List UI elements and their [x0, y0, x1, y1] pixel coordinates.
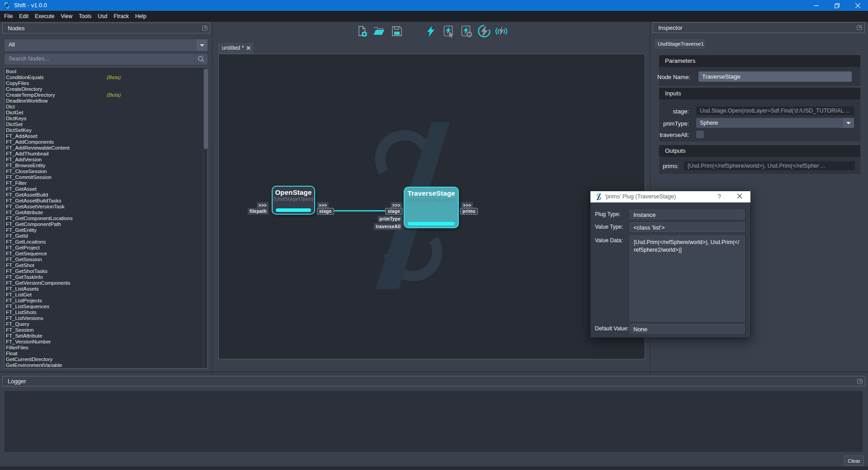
node-type-item[interactable]: CopyFiles — [5, 80, 208, 86]
node-type-item[interactable]: FT_GetSequence — [5, 251, 208, 257]
node-type-item[interactable]: GetEnvironmentVariable — [5, 362, 208, 368]
node-type-item[interactable]: DictSetKey — [5, 127, 208, 133]
splitter[interactable] — [0, 371, 868, 372]
node-traversestage[interactable]: TraverseStage (UsdStageTraverse) — [404, 187, 459, 228]
node-type-item[interactable]: FT_GetProject — [5, 245, 208, 251]
node-name-input[interactable]: TraverseStage — [698, 71, 852, 82]
node-type-item[interactable]: FT_AddVersion — [5, 157, 208, 163]
node-type-item[interactable]: FT_Query — [5, 321, 208, 327]
menu-item[interactable]: File — [1, 11, 16, 22]
node-type-item[interactable]: FT_Session — [5, 327, 208, 333]
value-data-field[interactable]: [Usd.Prim(</refSphere/world>), Usd.Prim(… — [630, 235, 745, 321]
execute-button[interactable] — [424, 24, 438, 38]
dropdown-arrow-icon[interactable] — [197, 39, 208, 51]
node-type-item[interactable]: FT_ListProjects — [5, 298, 208, 304]
save-file-button[interactable] — [390, 24, 404, 38]
dialog-close-button[interactable] — [737, 193, 742, 200]
node-type-item[interactable]: FT_GetComponentPath — [5, 221, 208, 227]
node-type-item[interactable]: FT_AddComponents — [5, 139, 208, 145]
connection-stage-wire[interactable] — [329, 210, 390, 212]
dropdown-arrow-icon[interactable] — [843, 118, 854, 128]
node-type-item[interactable]: FT_CommitSession — [5, 174, 208, 180]
undock-icon[interactable] — [857, 379, 863, 384]
undock-icon[interactable] — [857, 25, 862, 30]
dialog-help-button[interactable]: ? — [717, 193, 721, 200]
node-type-item[interactable]: FT_GetId — [5, 233, 208, 239]
node-type-item[interactable]: Dict — [5, 104, 208, 110]
node-type-item[interactable]: Float — [5, 351, 208, 357]
node-type-item[interactable]: FT_CloseSession — [5, 169, 208, 174]
menu-item[interactable]: Edit — [16, 11, 32, 22]
tab-close-icon[interactable]: ✕ — [246, 45, 251, 52]
port-traversestage-primtype[interactable]: primType — [377, 216, 402, 222]
menu-item[interactable]: Tools — [75, 11, 94, 22]
dialog-titlebar[interactable]: 'prims' Plug (TraverseStage) ? — [590, 191, 750, 202]
node-type-item[interactable]: FT_VersionNumber — [5, 339, 208, 345]
soft-execute-button[interactable] — [477, 24, 491, 38]
new-file-button[interactable] — [355, 24, 369, 38]
node-list-scrollbar[interactable] — [203, 67, 208, 368]
node-type-item[interactable]: FT_GetTaskInfo — [5, 274, 208, 280]
inspector-tab[interactable]: UsdStageTraverse1 — [655, 39, 705, 49]
node-type-item[interactable]: FT_GetAssetVersionTask — [5, 204, 208, 210]
port-openstage-filepath[interactable]: filepath — [248, 208, 269, 215]
port-openstage-stage[interactable]: stage — [317, 208, 334, 215]
scrollbar-thumb[interactable] — [204, 69, 208, 149]
menu-item[interactable]: Help — [132, 11, 150, 22]
node-type-item[interactable]: GetCurrentDirectory — [5, 357, 208, 362]
node-type-item[interactable]: CreateDirectory — [5, 86, 208, 92]
port-traversestage-traverseall[interactable]: traverseAll — [374, 223, 402, 230]
dock-separator-left[interactable] — [212, 22, 212, 376]
node-graph-canvas[interactable]: OpenStage (UsdStageOpen) >>> filepath >>… — [218, 54, 645, 359]
graph-tab[interactable]: untitled * ✕ — [218, 43, 254, 54]
menu-item[interactable]: Execute — [32, 11, 57, 22]
node-type-item[interactable]: FT_GetAssetBuild — [5, 192, 208, 198]
node-type-item[interactable]: FT_ListGet — [5, 292, 208, 298]
node-type-item[interactable]: DictGet — [5, 110, 208, 116]
node-type-item[interactable]: CreateTempDirectory(Beta) — [5, 92, 208, 98]
search-nodes-input[interactable]: Search Nodes... — [5, 54, 208, 65]
node-type-item[interactable]: FT_AddThumbnail — [5, 151, 208, 157]
node-type-item[interactable]: FT_Filter — [5, 180, 208, 186]
execute-from-selected-button[interactable] — [460, 24, 473, 38]
node-type-item[interactable]: FT_SetAttribute — [5, 333, 208, 339]
node-type-item[interactable]: FT_GetShot — [5, 263, 208, 268]
port-traversestage-prims[interactable]: prims — [460, 208, 478, 215]
node-type-item[interactable]: FT_ListShots — [5, 310, 208, 315]
node-type-item[interactable]: DictSet — [5, 122, 208, 127]
node-type-item[interactable]: Bool — [5, 69, 208, 75]
node-type-item[interactable]: DeadlineWorkflow — [5, 98, 208, 104]
menu-item[interactable]: Usd — [94, 11, 110, 22]
node-filter-dropdown[interactable]: All — [5, 39, 208, 51]
node-type-item[interactable]: FT_GetComponentLocations — [5, 216, 208, 221]
node-type-item[interactable]: FT_GetSession — [5, 257, 208, 263]
node-type-item[interactable]: FT_GetLocations — [5, 239, 208, 245]
menu-item[interactable]: Ftrack — [111, 11, 132, 22]
port-traversestage-stage[interactable]: stage — [385, 208, 402, 215]
minimize-button[interactable] — [806, 0, 826, 11]
node-type-item[interactable]: FT_BrowseEntity — [5, 163, 208, 169]
node-type-item[interactable]: FT_GetVersionComponents — [5, 280, 208, 286]
node-type-item[interactable]: FT_ListAssets — [5, 286, 208, 292]
traverseall-checkbox[interactable] — [696, 131, 704, 138]
node-openstage[interactable]: OpenStage (UsdStageOpen) — [272, 186, 315, 215]
execute-selected-button[interactable] — [442, 24, 456, 38]
primtype-dropdown[interactable]: Sphere — [696, 118, 854, 128]
node-type-item[interactable]: FT_GetAssetBuildTasks — [5, 198, 208, 204]
node-type-item[interactable]: FT_GetEntity — [5, 227, 208, 233]
clear-logger-button[interactable]: Clear — [844, 456, 864, 466]
node-type-item[interactable]: FT_GetAttribute — [5, 210, 208, 216]
node-type-item[interactable]: DictKeys — [5, 116, 208, 122]
node-type-item[interactable]: FT_GetShotTasks — [5, 268, 208, 274]
node-type-item[interactable]: FT_AddReviewableContent — [5, 145, 208, 151]
restore-button[interactable] — [826, 0, 847, 11]
close-button[interactable] — [847, 0, 868, 11]
menu-item[interactable]: View — [57, 11, 75, 22]
logger-output[interactable] — [4, 390, 863, 452]
open-file-button[interactable] — [372, 24, 386, 38]
node-type-item[interactable]: FT_AddAsset — [5, 133, 208, 139]
live-execute-button[interactable] — [495, 24, 508, 38]
node-type-item[interactable]: FilterFiles — [5, 345, 208, 351]
node-type-item[interactable]: FT_GetAsset — [5, 186, 208, 192]
node-type-item[interactable]: ConditionEquals(Beta) — [5, 75, 208, 80]
